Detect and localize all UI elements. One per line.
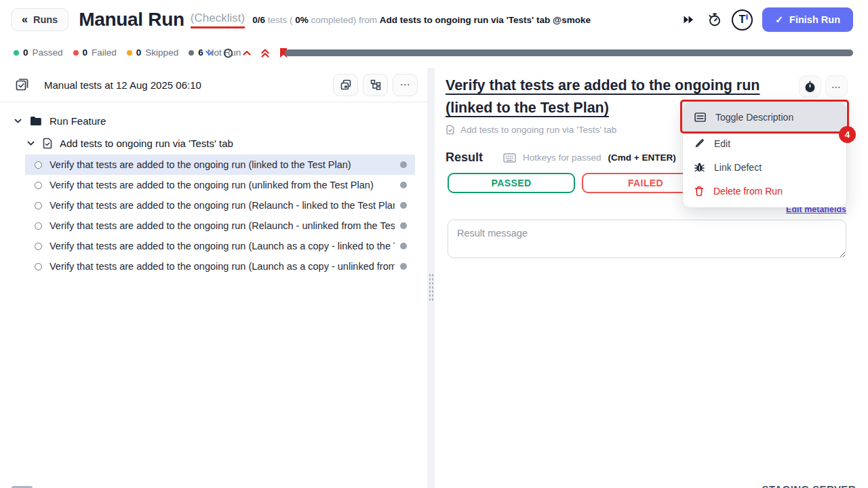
menu-item-edit[interactable]: Edit — [683, 131, 846, 155]
double-chevron-up-icon[interactable] — [260, 48, 270, 58]
test-priority-dot-icon — [400, 243, 407, 249]
result-message-input[interactable] — [448, 220, 846, 258]
test-row[interactable]: Verify that tests are added to the ongoi… — [25, 155, 415, 175]
bug-icon — [694, 162, 705, 173]
folder-icon — [30, 116, 42, 126]
failed-dot-icon — [73, 50, 79, 56]
skipped-dot-icon — [127, 50, 132, 56]
test-title: Verify that tests are added to the ongoi… — [50, 261, 395, 272]
suite-doc-check-icon — [42, 138, 53, 149]
chevron-up-icon[interactable] — [242, 48, 252, 58]
fast-forward-icon[interactable] — [680, 11, 698, 28]
test-priority-dot-icon — [400, 222, 407, 229]
test-status-circle-icon[interactable] — [35, 222, 42, 230]
counter-skipped: 0 Skipped — [127, 47, 178, 58]
app-logo-icon[interactable]: T — [732, 9, 753, 30]
suite-doc-check-icon — [446, 125, 455, 135]
test-status-circle-icon[interactable] — [35, 263, 42, 270]
timer-button[interactable] — [799, 75, 821, 98]
splitter-grip-icon[interactable] — [429, 273, 433, 302]
sidebar-header: Manual tests at 12 Aug 2025 06:10 ⋯ — [0, 68, 427, 102]
passed-button[interactable]: PASSED — [448, 173, 575, 193]
detail-actions: ⋯ — [799, 75, 848, 98]
menu-item-label: Toggle Description — [715, 112, 793, 123]
menu-item-toggle-description[interactable]: Toggle Description — [683, 102, 846, 131]
copy-tests-button[interactable] — [333, 74, 358, 96]
tests-sidebar: Manual tests at 12 Aug 2025 06:10 ⋯ — [0, 68, 427, 488]
tests-fraction: 0/6 — [252, 15, 265, 25]
test-title: Verify that tests are added to the ongoi… — [50, 220, 395, 231]
test-row[interactable]: Verify that tests are added to the ongoi… — [25, 236, 415, 256]
ellipsis-icon: ⋯ — [400, 79, 411, 91]
passed-dot-icon — [14, 50, 19, 56]
panel-splitter[interactable] — [427, 68, 435, 488]
menu-item-label: Link Defect — [714, 162, 762, 173]
detail-suite-ref: Add tests to ongoing run via 'Tests' tab — [446, 125, 616, 135]
hotkeys-combo: (Cmd + ENTER) — [608, 152, 676, 163]
test-priority-dot-icon — [400, 202, 407, 209]
chevron-down-icon[interactable] — [14, 117, 22, 125]
sidebar-more-button[interactable]: ⋯ — [393, 74, 418, 96]
circle-status-icon[interactable] — [223, 48, 233, 58]
test-status-circle-icon[interactable] — [35, 202, 42, 209]
hotkeys-hint: Hotkeys for passed — [523, 152, 601, 163]
test-row[interactable]: Verify that tests are added to the ongoi… — [25, 256, 415, 277]
run-stats: 0/6 tests ( 0% completed) from Add tests… — [252, 15, 591, 25]
chevron-down-icon[interactable] — [205, 48, 214, 58]
run-name-title: Manual tests at 12 Aug 2025 06:10 — [44, 79, 201, 91]
verdict-buttons: PASSED FAILED — [448, 173, 709, 193]
tree-suite-row[interactable]: Add tests to ongoing run via 'Tests' tab — [0, 132, 427, 155]
finish-run-button[interactable]: ✓ Finish Run — [762, 7, 853, 32]
status-filter-icons — [205, 47, 288, 58]
context-menu: Toggle Description Edit Link Defect — [683, 102, 846, 207]
test-status-circle-icon[interactable] — [35, 161, 42, 169]
run-mode-label: (Checklist) — [191, 12, 245, 28]
page-title: Manual Run — [79, 9, 184, 30]
test-row[interactable]: Verify that tests are added to the ongoi… — [25, 195, 415, 216]
detail-suite-label: Add tests to ongoing run via 'Tests' tab — [460, 125, 616, 135]
sidebar-actions: ⋯ — [333, 74, 418, 96]
menu-item-label: Delete from Run — [713, 186, 783, 197]
test-status-circle-icon[interactable] — [35, 182, 42, 189]
test-status-circle-icon[interactable] — [35, 243, 42, 250]
keyboard-icon — [503, 153, 516, 163]
folder-label: Run Feature — [50, 115, 106, 127]
back-to-runs-label: Runs — [33, 14, 58, 25]
staging-watermark: STAGING SERVER — [762, 483, 856, 488]
tests-percent: 0% — [295, 15, 309, 25]
test-priority-dot-icon — [400, 161, 407, 168]
description-icon — [694, 113, 706, 122]
chevron-down-icon[interactable] — [26, 139, 35, 148]
top-bar: « Runs Manual Run (Checklist) 0/6 tests … — [0, 0, 868, 39]
counter-failed: 0 Failed — [73, 47, 117, 58]
result-section-header: Result Hotkeys for passed (Cmd + ENTER) … — [446, 150, 695, 165]
back-to-runs-button[interactable]: « Runs — [11, 8, 68, 31]
detail-more-button[interactable]: ⋯ — [825, 75, 848, 98]
app-window: « Runs Manual Run (Checklist) 0/6 tests … — [0, 0, 868, 488]
double-chevron-left-icon: « — [22, 14, 28, 25]
finish-run-label: Finish Run — [789, 14, 840, 25]
run-checklist-icon — [15, 78, 29, 92]
test-title: Verify that tests are added to the ongoi… — [50, 159, 395, 170]
ellipsis-icon: ⋯ — [831, 81, 842, 92]
menu-item-delete-from-run[interactable]: Delete from Run — [683, 179, 846, 203]
test-priority-dot-icon — [400, 263, 407, 270]
menu-item-label: Edit — [714, 138, 730, 149]
menu-item-link-defect[interactable]: Link Defect — [683, 155, 846, 179]
suite-label: Add tests to ongoing run via 'Tests' tab — [60, 138, 233, 149]
pencil-icon — [694, 138, 705, 148]
trash-icon — [694, 186, 704, 197]
test-title: Verify that tests are added to the ongoi… — [50, 241, 395, 251]
test-row[interactable]: Verify that tests are added to the ongoi… — [25, 175, 415, 195]
run-progress-bar — [285, 49, 853, 56]
stopwatch-filled-icon — [804, 81, 816, 93]
result-heading: Result — [446, 150, 483, 165]
tests-tree: Run Feature Add tests to ongoing run via… — [0, 102, 427, 277]
tree-view-button[interactable] — [363, 74, 388, 96]
test-row[interactable]: Verify that tests are added to the ongoi… — [25, 216, 415, 236]
test-title: Verify that tests are added to the ongoi… — [50, 180, 395, 190]
test-priority-dot-icon — [400, 182, 407, 188]
tree-folder-run-feature[interactable]: Run Feature — [0, 110, 427, 132]
counter-passed: 0 Passed — [14, 47, 63, 58]
stopwatch-icon[interactable] — [706, 11, 724, 28]
